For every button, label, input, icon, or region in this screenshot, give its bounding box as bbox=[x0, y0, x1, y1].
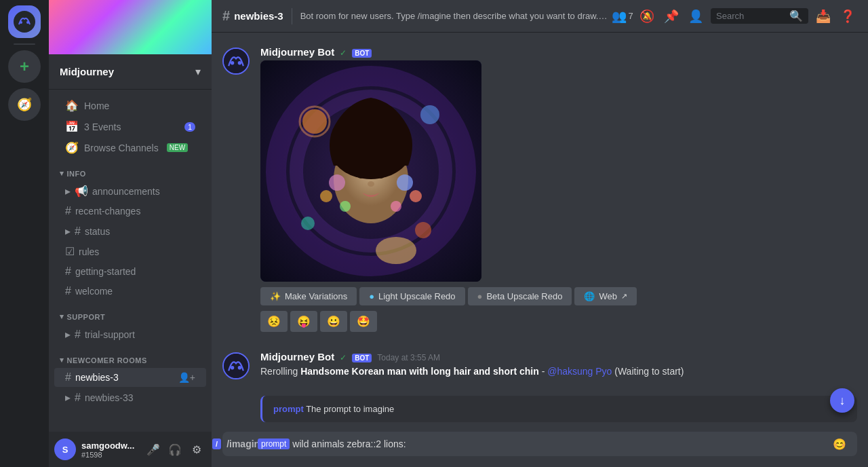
channel-item-recent-changes[interactable]: # recent-changes bbox=[54, 202, 206, 221]
svg-point-27 bbox=[376, 237, 416, 264]
prompt-label: prompt bbox=[273, 404, 304, 414]
mention-text[interactable]: @haksung Pyo bbox=[547, 366, 612, 377]
variations-icon: ✨ bbox=[270, 291, 281, 301]
svg-point-12 bbox=[415, 222, 431, 238]
headset-button[interactable]: 🎧 bbox=[165, 440, 184, 459]
svg-point-26 bbox=[391, 201, 401, 212]
inbox-button[interactable]: 📥 bbox=[814, 7, 833, 26]
category-support[interactable]: ▾ SUPPORT bbox=[49, 301, 212, 324]
microphone-button[interactable]: 🎤 bbox=[144, 440, 163, 459]
hash-icon: # bbox=[75, 392, 81, 404]
channel-item-trial-support[interactable]: ▸ # trial-support bbox=[54, 324, 206, 344]
channel-label: recent-changes bbox=[75, 206, 141, 217]
channel-item-announcements[interactable]: ▸ 📢 announcements bbox=[54, 181, 206, 201]
rerolling-text: Rerolling bbox=[260, 366, 300, 377]
beta-upscale-redo-button[interactable]: ● Beta Upscale Redo bbox=[468, 287, 572, 305]
messages-container: Midjourney Bot ✓ BOT bbox=[212, 33, 868, 467]
nav-home-label: Home bbox=[84, 100, 109, 111]
user-avatar: S bbox=[54, 438, 76, 460]
check-icon: ☑ bbox=[65, 245, 75, 258]
bot-avatar-2 bbox=[222, 352, 250, 379]
main-content: # newbies-3 Bot room for new users. Type… bbox=[212, 0, 868, 467]
hash-icon: # bbox=[75, 225, 81, 238]
channel-item-rules[interactable]: ☑ rules bbox=[54, 242, 206, 261]
hash-icon: ▸ bbox=[65, 185, 71, 198]
server-dropdown-icon: ▾ bbox=[195, 65, 201, 78]
hash-icon: # bbox=[65, 205, 71, 217]
message-group-2: Midjourney Bot ✓ BOT Today at 3:55 AM Re… bbox=[222, 348, 857, 382]
explore-icon[interactable]: 🧭 bbox=[8, 88, 41, 121]
category-newcomer[interactable]: ▾ NEWCOMER ROOMS bbox=[49, 345, 212, 367]
message-author-2: Midjourney Bot bbox=[260, 351, 334, 362]
user-name: samgoodw... bbox=[81, 441, 138, 451]
make-variations-label: Make Variations bbox=[285, 291, 347, 301]
reaction-buttons: 😣 😝 😀 🤩 bbox=[260, 311, 857, 332]
home-icon: 🏠 bbox=[65, 99, 79, 112]
reaction-btn-0[interactable]: 😣 bbox=[260, 311, 288, 332]
message-input[interactable] bbox=[292, 438, 822, 449]
channel-sidebar: Midjourney ▾ 🏠 Home 📅 3 Events 1 🧭 Brows… bbox=[49, 0, 212, 467]
web-button[interactable]: 🌐 Web ↗ bbox=[574, 287, 637, 305]
input-left-icon: / /imagine bbox=[228, 432, 252, 456]
server-divider bbox=[14, 43, 35, 45]
svg-point-1 bbox=[20, 21, 22, 24]
channel-item-newbies-33[interactable]: ▸ # newbies-33 bbox=[54, 388, 206, 407]
nav-item-events[interactable]: 📅 3 Events 1 bbox=[54, 116, 206, 137]
nav-item-browse[interactable]: 🧭 Browse Channels NEW bbox=[54, 137, 206, 158]
add-member-icon: 👤+ bbox=[178, 372, 195, 383]
members-button[interactable]: 👤 bbox=[686, 7, 705, 26]
server-icon-midjourney[interactable] bbox=[8, 5, 41, 38]
message-header-1: Midjourney Bot ✓ BOT bbox=[260, 46, 857, 58]
header-divider bbox=[292, 8, 292, 24]
status-text: (Waiting to start) bbox=[614, 366, 684, 377]
svg-point-9 bbox=[302, 109, 327, 134]
reaction-btn-2[interactable]: 😀 bbox=[320, 311, 347, 332]
channel-item-status[interactable]: ▸ # status bbox=[54, 221, 206, 241]
category-arrow-info: ▾ bbox=[60, 169, 64, 178]
emoji-button[interactable]: 😊 bbox=[827, 432, 852, 456]
channel-item-getting-started[interactable]: # getting-started bbox=[54, 262, 206, 281]
svg-point-30 bbox=[238, 366, 241, 369]
category-arrow-support: ▾ bbox=[60, 312, 64, 321]
channel-label: rules bbox=[79, 246, 99, 257]
channel-item-newbies-3[interactable]: # newbies-3 👤+ bbox=[54, 368, 206, 387]
verified-icon: ✓ bbox=[340, 48, 347, 58]
category-label-support: SUPPORT bbox=[67, 313, 106, 321]
avatar-initial: S bbox=[62, 445, 68, 455]
prompt-tag: prompt bbox=[258, 438, 290, 449]
scroll-to-bottom-button[interactable]: ↓ bbox=[830, 388, 854, 413]
channel-label: welcome bbox=[75, 286, 113, 297]
web-label: Web bbox=[599, 291, 617, 301]
settings-button[interactable]: ⚙ bbox=[187, 440, 206, 459]
channel-topic: Bot room for new users. Type /imagine th… bbox=[300, 11, 608, 21]
message-header-2: Midjourney Bot ✓ BOT Today at 3:55 AM bbox=[260, 351, 857, 362]
members-count: 👥 7 bbox=[613, 7, 632, 26]
action-buttons: ✨ Make Variations ● Light Upscale Redo ●… bbox=[260, 287, 857, 305]
search-input[interactable] bbox=[716, 11, 787, 21]
browse-icon: 🧭 bbox=[65, 141, 79, 154]
svg-point-2 bbox=[26, 21, 29, 24]
light-upscale-redo-button[interactable]: ● Light Upscale Redo bbox=[359, 287, 465, 305]
nav-item-home[interactable]: 🏠 Home bbox=[54, 95, 206, 116]
make-variations-button[interactable]: ✨ Make Variations bbox=[260, 287, 357, 305]
arrow-icon: ▸ bbox=[65, 328, 71, 341]
help-button[interactable]: ❓ bbox=[838, 7, 857, 26]
category-info[interactable]: ▾ INFO bbox=[49, 158, 212, 181]
pin-button[interactable]: 📌 bbox=[662, 7, 681, 26]
reaction-btn-1[interactable]: 😝 bbox=[290, 311, 317, 332]
web-icon: 🌐 bbox=[584, 291, 595, 301]
channel-item-welcome[interactable]: # welcome bbox=[54, 282, 206, 301]
search-bar[interactable]: 🔍 bbox=[711, 8, 808, 24]
svg-point-11 bbox=[420, 105, 439, 124]
message-author-1: Midjourney Bot bbox=[260, 46, 334, 58]
channel-label: newbies-33 bbox=[85, 392, 134, 403]
image-container bbox=[260, 60, 857, 282]
bell-button[interactable]: 🔕 bbox=[637, 7, 656, 26]
add-server-icon[interactable]: + bbox=[8, 50, 41, 83]
prompt-bold: Handsome Korean man with long hair and s… bbox=[300, 366, 539, 377]
reaction-btn-3[interactable]: 🤩 bbox=[350, 311, 377, 332]
channel-list: 🏠 Home 📅 3 Events 1 🧭 Browse Channels NE… bbox=[49, 90, 212, 432]
server-header[interactable]: Midjourney ▾ bbox=[49, 54, 212, 90]
beta-upscale-icon: ● bbox=[477, 291, 483, 301]
message-group-1: Midjourney Bot ✓ BOT bbox=[222, 43, 857, 340]
